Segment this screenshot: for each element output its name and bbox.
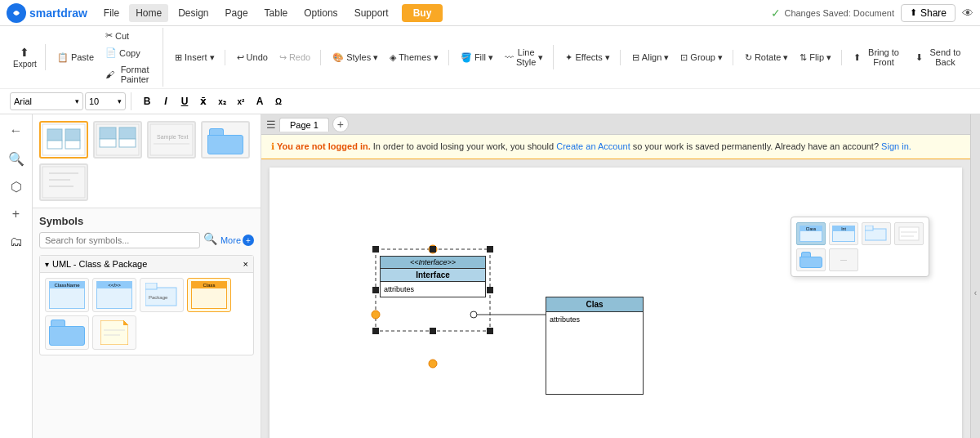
styles-button[interactable]: 🎨 Styles▾	[327, 50, 383, 65]
ribbon-group-formatting: B I U x̄ x₂ x² A Ω	[133, 92, 292, 110]
class-attributes: attributes	[546, 312, 643, 361]
send-to-back-button[interactable]: ⬇ Send to Back	[911, 45, 970, 69]
interface-stereotype: <<Interface>>	[381, 257, 485, 269]
svg-marker-22	[123, 320, 128, 325]
svg-rect-38	[372, 287, 379, 293]
thumbnail-4[interactable]	[201, 121, 250, 159]
format-painter-button[interactable]: 🖌 Format Painter	[100, 62, 158, 87]
font-color-button[interactable]: A	[251, 92, 269, 110]
cut-button[interactable]: ✂ Cut	[100, 28, 158, 43]
subscript-button[interactable]: x₂	[213, 92, 231, 110]
font-dropdown-icon: ▾	[75, 97, 79, 105]
symbol-category-header[interactable]: ▾ UML - Class & Package ×	[40, 256, 253, 273]
shapes-button[interactable]: ⬡	[3, 173, 29, 199]
popup-item-4[interactable]	[894, 222, 924, 245]
ribbon-group-styles: 🎨 Styles▾ ◈ Themes▾	[323, 50, 449, 65]
menu-options[interactable]: Options	[297, 4, 344, 22]
svg-rect-10	[119, 139, 136, 147]
fill-button[interactable]: 🪣 Fill▾	[456, 50, 498, 65]
bring-to-front-button[interactable]: ⬆ Bring to Front	[849, 45, 909, 69]
line-style-button[interactable]: 〰 Line Style▾	[500, 45, 548, 69]
ribbon-group-fill: 🪣 Fill▾ 〰 Line Style▾	[451, 45, 555, 69]
uml-class-element[interactable]: Clas attributes	[546, 297, 644, 395]
svg-rect-35	[430, 246, 436, 253]
sign-in-link[interactable]: Sign in.	[881, 141, 911, 151]
export-button[interactable]: ⬆ Export	[10, 44, 40, 70]
canvas-tab-page1[interactable]: Page 1	[279, 118, 329, 132]
create-account-link[interactable]: Create an Account	[556, 141, 630, 151]
copy-button[interactable]: 📄 Copy	[100, 45, 158, 60]
popup-item-6[interactable]: —	[829, 248, 858, 271]
changes-saved-status: ✓ Changes Saved: Document	[771, 7, 894, 20]
underline-button[interactable]: U	[176, 92, 194, 110]
warning-icon: ℹ	[271, 141, 274, 151]
right-collapse-handle[interactable]: ‹	[970, 114, 980, 438]
thumbnail-3[interactable]: Sample Text	[147, 121, 196, 159]
font-selector[interactable]: Arial ▾	[10, 92, 83, 110]
share-icon: ⬆	[910, 7, 917, 18]
symbol-interface[interactable]: <<I>>	[92, 278, 136, 312]
effects-button[interactable]: ✦ Effects▾	[560, 50, 614, 65]
check-circle-icon: ✓	[771, 7, 781, 20]
symbols-search-input[interactable]	[39, 232, 200, 248]
layers-button[interactable]: 🗂	[3, 229, 29, 255]
ribbon-group-insert: ⊞ Insert ▾	[165, 50, 225, 65]
menu-design[interactable]: Design	[172, 4, 215, 22]
search-icon[interactable]: 🔍	[203, 232, 217, 248]
symbol-package[interactable]: Package	[140, 278, 184, 312]
tab-list-icon[interactable]: ☰	[266, 118, 276, 131]
menu-page[interactable]: Page	[219, 4, 255, 22]
svg-rect-3	[47, 141, 62, 149]
thumbnail-5[interactable]	[39, 163, 88, 201]
search-sidebar-button[interactable]: 🔍	[3, 145, 29, 172]
themes-button[interactable]: ◈ Themes▾	[385, 50, 443, 65]
back-button[interactable]: ←	[3, 118, 29, 144]
strikethrough-button[interactable]: x̄	[194, 92, 212, 110]
ribbon-group-rotate: ↻ Rotate▾ ⇅ Flip▾	[735, 50, 842, 65]
canvas-surface[interactable]: <<Interface>> Interface attributes Clas …	[270, 168, 962, 439]
share-button[interactable]: ⬆ Share	[901, 4, 956, 22]
warning-text3: so your work is saved permanently. Alrea…	[633, 141, 879, 151]
align-button[interactable]: ⊟ Align▾	[627, 50, 674, 65]
undo-icon: ↩	[237, 52, 244, 63]
add-button[interactable]: +	[3, 201, 29, 227]
ribbon-group-font: Arial ▾ 10 ▾	[5, 92, 131, 110]
menu-table[interactable]: Table	[258, 4, 295, 22]
category-close-icon[interactable]: ×	[243, 259, 248, 269]
popup-item-5[interactable]	[796, 248, 826, 271]
group-button[interactable]: ⊡ Group▾	[675, 50, 728, 65]
cut-icon: ✂	[105, 30, 113, 41]
font-size-selector[interactable]: 10 ▾	[85, 92, 126, 110]
buy-button[interactable]: Buy	[402, 4, 443, 22]
more-button[interactable]: More +	[220, 232, 254, 248]
menu-support[interactable]: Support	[348, 4, 395, 22]
canvas-area: ☰ Page 1 + ℹ You are not logged in. In o…	[261, 114, 970, 438]
uml-interface-element[interactable]: <<Interface>> Interface attributes	[380, 256, 486, 297]
flip-button[interactable]: ⇅ Flip▾	[795, 50, 836, 65]
hover-popup: Class Int	[791, 217, 929, 277]
rotate-button[interactable]: ↻ Rotate▾	[740, 50, 793, 65]
popup-item-3[interactable]	[862, 222, 891, 245]
add-tab-button[interactable]: +	[332, 116, 349, 132]
symbol-selected[interactable]: Class	[187, 278, 231, 312]
bold-button[interactable]: B	[138, 92, 156, 110]
symbol-folder[interactable]	[45, 315, 89, 350]
undo-button[interactable]: ↩ Undo	[232, 50, 273, 65]
special-char-button[interactable]: Ω	[270, 92, 287, 110]
insert-button[interactable]: ⊞ Insert ▾	[170, 50, 220, 65]
ribbon-group-clipboard: 📋 Paste ✂ Cut 📄 Copy 🖌 Format Painter	[47, 28, 163, 87]
italic-button[interactable]: I	[157, 92, 175, 110]
symbol-class[interactable]: ClassName	[45, 278, 89, 312]
preview-button[interactable]: 👁	[962, 7, 973, 20]
menu-file[interactable]: File	[97, 4, 126, 22]
menu-home[interactable]: Home	[129, 4, 168, 22]
styles-icon: 🎨	[332, 52, 344, 63]
paste-button[interactable]: 📋 Paste	[52, 50, 99, 65]
thumbnail-2[interactable]	[93, 121, 142, 159]
popup-item-1[interactable]: Class	[796, 222, 826, 245]
popup-item-2[interactable]: Int	[829, 222, 858, 245]
superscript-button[interactable]: x²	[232, 92, 250, 110]
thumbnail-1[interactable]	[39, 121, 88, 159]
symbol-note[interactable]	[92, 315, 136, 350]
redo-button[interactable]: ↪ Redo	[274, 50, 315, 65]
